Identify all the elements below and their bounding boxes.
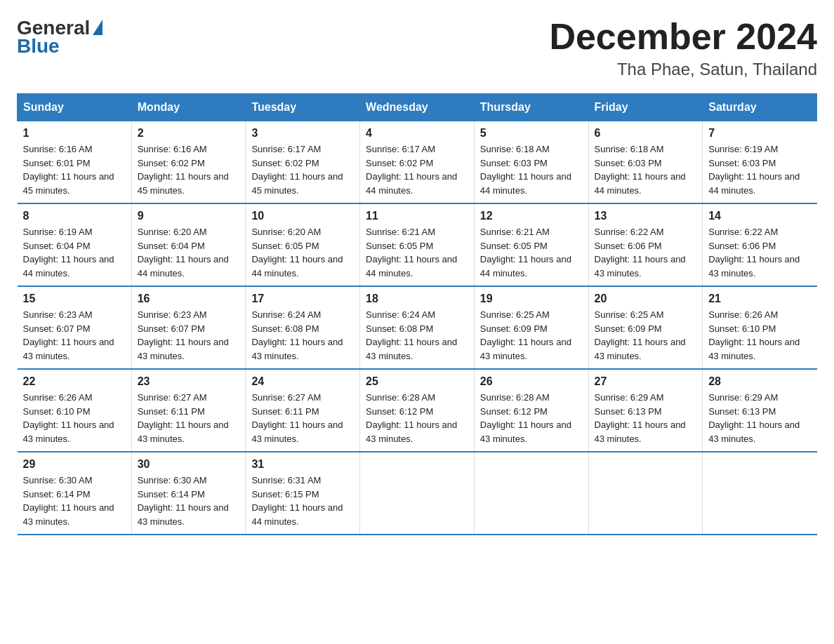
calendar-header-row: SundayMondayTuesdayWednesdayThursdayFrid… [18,94,817,121]
day-number: 27 [595,375,697,388]
day-number: 24 [251,375,354,388]
calendar-table: SundayMondayTuesdayWednesdayThursdayFrid… [17,93,817,535]
day-number: 5 [480,127,583,140]
day-info: Sunrise: 6:28 AMSunset: 6:12 PMDaylight:… [366,391,468,445]
calendar-cell: 22Sunrise: 6:26 AMSunset: 6:10 PMDayligh… [18,369,132,452]
calendar-cell: 6Sunrise: 6:18 AMSunset: 6:03 PMDaylight… [588,121,703,204]
day-number: 4 [366,127,468,140]
day-info: Sunrise: 6:18 AMSunset: 6:03 PMDaylight:… [595,142,697,197]
month-year-title: December 2024 [549,17,817,57]
day-info: Sunrise: 6:20 AMSunset: 6:05 PMDaylight:… [251,225,354,280]
day-info: Sunrise: 6:23 AMSunset: 6:07 PMDaylight:… [138,308,240,363]
day-number: 19 [480,293,583,305]
day-number: 14 [708,210,811,222]
day-info: Sunrise: 6:29 AMSunset: 6:13 PMDaylight:… [708,391,811,445]
header-tuesday: Tuesday [246,94,360,121]
day-number: 10 [251,210,354,222]
day-info: Sunrise: 6:20 AMSunset: 6:04 PMDaylight:… [138,225,240,280]
day-number: 17 [251,293,354,305]
day-number: 7 [708,127,811,140]
day-number: 15 [23,293,126,305]
logo: General Blue [17,17,102,58]
day-info: Sunrise: 6:24 AMSunset: 6:08 PMDaylight:… [251,308,354,363]
calendar-cell [360,452,475,535]
calendar-week-row: 8Sunrise: 6:19 AMSunset: 6:04 PMDaylight… [18,203,817,286]
day-info: Sunrise: 6:18 AMSunset: 6:03 PMDaylight:… [480,142,583,197]
day-number: 23 [138,375,240,388]
day-number: 2 [138,127,240,140]
day-info: Sunrise: 6:19 AMSunset: 6:03 PMDaylight:… [708,142,811,197]
day-info: Sunrise: 6:19 AMSunset: 6:04 PMDaylight:… [23,225,126,280]
day-number: 11 [366,210,468,222]
day-info: Sunrise: 6:24 AMSunset: 6:08 PMDaylight:… [366,308,468,363]
calendar-cell: 13Sunrise: 6:22 AMSunset: 6:06 PMDayligh… [588,203,703,286]
page-header: General Blue December 2024 Tha Phae, Sat… [17,17,817,79]
day-number: 30 [138,458,240,471]
location-subtitle: Tha Phae, Satun, Thailand [549,60,817,79]
day-info: Sunrise: 6:16 AMSunset: 6:02 PMDaylight:… [138,142,240,197]
calendar-cell [703,452,817,535]
day-number: 21 [708,293,811,305]
day-info: Sunrise: 6:21 AMSunset: 6:05 PMDaylight:… [480,225,583,280]
calendar-cell: 12Sunrise: 6:21 AMSunset: 6:05 PMDayligh… [474,203,588,286]
calendar-cell: 18Sunrise: 6:24 AMSunset: 6:08 PMDayligh… [360,286,475,369]
calendar-cell [588,452,703,535]
calendar-cell: 24Sunrise: 6:27 AMSunset: 6:11 PMDayligh… [246,369,360,452]
calendar-cell [474,452,588,535]
calendar-cell: 3Sunrise: 6:17 AMSunset: 6:02 PMDaylight… [246,121,360,204]
day-number: 8 [23,210,126,222]
day-number: 26 [480,375,583,388]
header-friday: Friday [588,94,703,121]
calendar-cell: 10Sunrise: 6:20 AMSunset: 6:05 PMDayligh… [246,203,360,286]
day-info: Sunrise: 6:16 AMSunset: 6:01 PMDaylight:… [23,142,126,197]
day-info: Sunrise: 6:21 AMSunset: 6:05 PMDaylight:… [366,225,468,280]
day-info: Sunrise: 6:27 AMSunset: 6:11 PMDaylight:… [251,391,354,445]
day-number: 25 [366,375,468,388]
day-info: Sunrise: 6:25 AMSunset: 6:09 PMDaylight:… [595,308,697,363]
calendar-cell: 16Sunrise: 6:23 AMSunset: 6:07 PMDayligh… [131,286,246,369]
calendar-cell: 9Sunrise: 6:20 AMSunset: 6:04 PMDaylight… [131,203,246,286]
calendar-cell: 11Sunrise: 6:21 AMSunset: 6:05 PMDayligh… [360,203,475,286]
header-sunday: Sunday [18,94,132,121]
calendar-week-row: 29Sunrise: 6:30 AMSunset: 6:14 PMDayligh… [18,452,817,535]
day-info: Sunrise: 6:26 AMSunset: 6:10 PMDaylight:… [708,308,811,363]
calendar-cell: 8Sunrise: 6:19 AMSunset: 6:04 PMDaylight… [18,203,132,286]
day-number: 28 [708,375,811,388]
day-number: 1 [23,127,126,140]
day-number: 18 [366,293,468,305]
calendar-cell: 15Sunrise: 6:23 AMSunset: 6:07 PMDayligh… [18,286,132,369]
day-info: Sunrise: 6:28 AMSunset: 6:12 PMDaylight:… [480,391,583,445]
day-info: Sunrise: 6:25 AMSunset: 6:09 PMDaylight:… [480,308,583,363]
calendar-cell: 2Sunrise: 6:16 AMSunset: 6:02 PMDaylight… [131,121,246,204]
calendar-cell: 29Sunrise: 6:30 AMSunset: 6:14 PMDayligh… [18,452,132,535]
day-number: 13 [595,210,697,222]
title-section: December 2024 Tha Phae, Satun, Thailand [549,17,817,79]
day-info: Sunrise: 6:29 AMSunset: 6:13 PMDaylight:… [595,391,697,445]
day-number: 16 [138,293,240,305]
calendar-cell: 1Sunrise: 6:16 AMSunset: 6:01 PMDaylight… [18,121,132,204]
header-wednesday: Wednesday [360,94,475,121]
calendar-cell: 28Sunrise: 6:29 AMSunset: 6:13 PMDayligh… [703,369,817,452]
calendar-cell: 30Sunrise: 6:30 AMSunset: 6:14 PMDayligh… [131,452,246,535]
header-thursday: Thursday [474,94,588,121]
day-info: Sunrise: 6:27 AMSunset: 6:11 PMDaylight:… [138,391,240,445]
day-info: Sunrise: 6:23 AMSunset: 6:07 PMDaylight:… [23,308,126,363]
calendar-cell: 25Sunrise: 6:28 AMSunset: 6:12 PMDayligh… [360,369,475,452]
calendar-cell: 14Sunrise: 6:22 AMSunset: 6:06 PMDayligh… [703,203,817,286]
day-info: Sunrise: 6:30 AMSunset: 6:14 PMDaylight:… [138,474,240,528]
day-info: Sunrise: 6:17 AMSunset: 6:02 PMDaylight:… [366,142,468,197]
calendar-cell: 5Sunrise: 6:18 AMSunset: 6:03 PMDaylight… [474,121,588,204]
calendar-cell: 26Sunrise: 6:28 AMSunset: 6:12 PMDayligh… [474,369,588,452]
calendar-cell: 31Sunrise: 6:31 AMSunset: 6:15 PMDayligh… [246,452,360,535]
day-number: 29 [23,458,126,471]
day-number: 12 [480,210,583,222]
calendar-cell: 20Sunrise: 6:25 AMSunset: 6:09 PMDayligh… [588,286,703,369]
calendar-week-row: 15Sunrise: 6:23 AMSunset: 6:07 PMDayligh… [18,286,817,369]
day-number: 20 [595,293,697,305]
calendar-cell: 27Sunrise: 6:29 AMSunset: 6:13 PMDayligh… [588,369,703,452]
day-info: Sunrise: 6:22 AMSunset: 6:06 PMDaylight:… [595,225,697,280]
day-info: Sunrise: 6:17 AMSunset: 6:02 PMDaylight:… [251,142,354,197]
calendar-week-row: 1Sunrise: 6:16 AMSunset: 6:01 PMDaylight… [18,121,817,204]
calendar-cell: 23Sunrise: 6:27 AMSunset: 6:11 PMDayligh… [131,369,246,452]
day-info: Sunrise: 6:22 AMSunset: 6:06 PMDaylight:… [708,225,811,280]
